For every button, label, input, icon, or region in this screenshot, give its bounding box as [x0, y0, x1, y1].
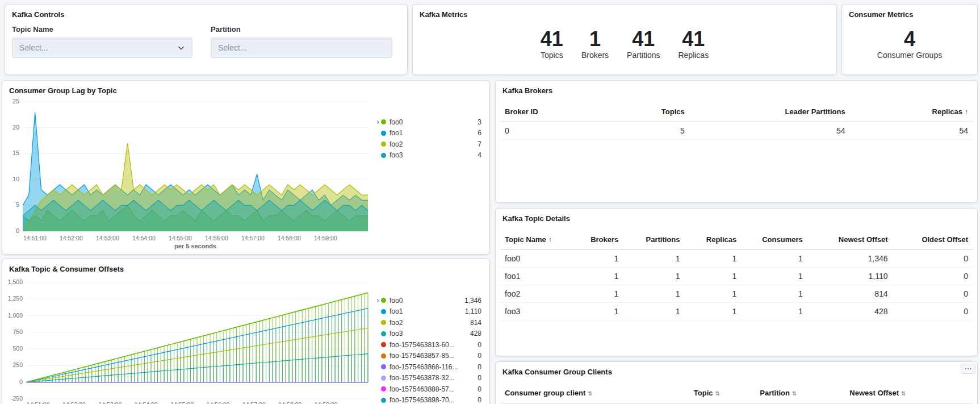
- legend-color-dot: [381, 141, 386, 147]
- table-header-row: Consumer group client⇅Topic⇅Partition⇅Ne…: [500, 383, 973, 403]
- legend-item[interactable]: foo3428: [381, 328, 481, 340]
- topic-name-combobox[interactable]: Select...: [12, 38, 192, 58]
- column-header-brokers[interactable]: Brokers: [571, 230, 623, 250]
- legend-color-dot: [381, 376, 386, 381]
- legend-value: 1,346: [464, 297, 481, 305]
- column-header-consumers[interactable]: Consumers: [741, 230, 807, 250]
- table-cell: 54: [850, 122, 973, 140]
- column-header-leader-partitions[interactable]: Leader Partitions: [689, 102, 850, 122]
- svg-text:14:55:00: 14:55:00: [170, 401, 194, 404]
- table-cell: 1: [684, 268, 741, 285]
- column-header-replicas[interactable]: Replicas: [684, 230, 741, 250]
- column-header-partitions[interactable]: Partitions: [623, 230, 684, 250]
- metric-value: 41: [541, 28, 563, 50]
- legend-item[interactable]: foo03: [381, 116, 481, 128]
- svg-text:14:56:00: 14:56:00: [205, 235, 228, 241]
- sortable-icon: ⇅: [715, 390, 720, 397]
- table-row: foo211118140: [500, 285, 973, 303]
- column-header-broker-id[interactable]: Broker ID: [500, 102, 604, 122]
- svg-text:14:52:00: 14:52:00: [60, 235, 83, 241]
- column-header-partition[interactable]: Partition⇅: [755, 383, 845, 403]
- column-header-replicas[interactable]: Replicas↑: [850, 102, 973, 122]
- topic-name-control: Topic Name Select...: [12, 25, 192, 58]
- metric-replicas: 41 Replicas: [678, 28, 709, 60]
- svg-text:20: 20: [12, 124, 19, 131]
- column-header-oldest-offset[interactable]: Oldest Offset: [893, 230, 973, 250]
- column-header-topic[interactable]: Topic⇅: [689, 383, 755, 403]
- panel-options-icon[interactable]: ⋯: [961, 364, 975, 374]
- sortable-icon: ⇅: [588, 390, 592, 397]
- legend-item[interactable]: foo-1575463857-85...0: [381, 351, 481, 362]
- legend-item[interactable]: foo-1575463888-57...0: [381, 384, 481, 395]
- legend-color-dot: [381, 353, 386, 359]
- partition-combobox[interactable]: Select...: [211, 38, 392, 58]
- svg-text:0: 0: [19, 378, 23, 385]
- legend-value: 0: [478, 385, 481, 393]
- table-cell: 1: [684, 303, 741, 320]
- column-header-newest-offset[interactable]: Newest Offset⇅: [845, 383, 973, 403]
- legend-color-dot: [381, 320, 386, 325]
- legend-value: 0: [478, 363, 481, 371]
- column-header-newest-offset[interactable]: Newest Offset: [807, 230, 893, 250]
- svg-text:1,500: 1,500: [8, 278, 23, 285]
- column-header-topic-name[interactable]: Topic Name↑: [500, 230, 571, 250]
- offsets-chart[interactable]: -25002505007501,0001,2501,50014:51:0014:…: [2, 274, 375, 404]
- legend-item[interactable]: foo-1575463813-60...0: [381, 339, 481, 351]
- svg-text:per 5 seconds: per 5 seconds: [174, 243, 216, 249]
- legend-item[interactable]: foo-1575463868-116...0: [381, 361, 481, 373]
- svg-text:15: 15: [12, 149, 19, 156]
- legend-item[interactable]: foo-1575463898-70...0: [381, 395, 481, 404]
- legend-label: foo-1575463813-60...: [390, 341, 474, 349]
- svg-text:14:54:00: 14:54:00: [135, 401, 158, 404]
- metric-label: Replicas: [678, 51, 709, 60]
- lag-chart[interactable]: 051015202514:51:0014:52:0014:53:0014:54:…: [2, 96, 375, 253]
- table-cell: 1: [571, 303, 623, 320]
- consumer-metrics-panel: Consumer Metrics 4 Consumer Groups: [841, 4, 978, 75]
- legend-color-dot: [381, 386, 386, 391]
- svg-text:14:53:00: 14:53:00: [96, 235, 119, 241]
- legend-item[interactable]: foo01,346: [381, 295, 481, 306]
- table-cell: 1: [741, 250, 807, 268]
- svg-text:1,000: 1,000: [8, 312, 23, 319]
- metric-value: 41: [678, 28, 709, 50]
- svg-text:14:53:00: 14:53:00: [98, 401, 122, 404]
- legend-color-dot: [381, 119, 386, 124]
- svg-text:14:52:00: 14:52:00: [62, 401, 86, 404]
- svg-text:-250: -250: [11, 395, 23, 402]
- offsets-legend: foo01,346foo11,110foo2814foo3428foo-1575…: [381, 295, 489, 404]
- svg-text:14:58:00: 14:58:00: [278, 401, 301, 404]
- legend-item[interactable]: foo2814: [381, 317, 481, 328]
- legend-expand-chevron[interactable]: ›: [375, 295, 381, 404]
- sortable-icon: ⇅: [792, 390, 797, 397]
- legend-item[interactable]: foo-1575463878-32...0: [381, 373, 481, 384]
- legend-item[interactable]: foo27: [381, 139, 481, 150]
- legend-item[interactable]: foo16: [381, 128, 481, 139]
- legend-value: 1,110: [465, 307, 481, 315]
- table-cell: 1: [684, 285, 741, 303]
- legend-expand-chevron[interactable]: ›: [375, 116, 381, 253]
- brokers-table: Broker IDTopicsLeader PartitionsReplicas…: [500, 102, 973, 140]
- legend-item[interactable]: foo34: [381, 150, 481, 161]
- svg-text:1,250: 1,250: [8, 295, 23, 302]
- kafka-brokers-panel: Kafka Brokers Broker IDTopicsLeader Part…: [495, 80, 978, 203]
- table-cell: 0: [893, 268, 973, 285]
- consumer-group-lag-panel: Consumer Group Lag by Topic 051015202514…: [2, 80, 490, 255]
- legend-value: 7: [478, 140, 481, 148]
- topic-consumer-offsets-panel: Kafka Topic & Consumer Offsets -25002505…: [2, 259, 490, 404]
- legend-label: foo1: [390, 129, 474, 137]
- table-cell: 1: [623, 250, 684, 268]
- table-row: foo311114280: [500, 303, 973, 320]
- table-row: 055454: [500, 122, 973, 140]
- lag-legend: foo03foo16foo27foo34: [381, 116, 489, 253]
- column-header-consumer-group-client[interactable]: Consumer group client⇅: [500, 383, 689, 403]
- legend-value: 0: [478, 352, 481, 360]
- column-header-topics[interactable]: Topics: [604, 102, 689, 122]
- table-row: foo011111,3460: [500, 250, 973, 268]
- svg-text:750: 750: [12, 328, 23, 335]
- legend-color-dot: [381, 309, 386, 314]
- table-cell: foo3: [500, 303, 571, 320]
- metric-consumer-groups: 4 Consumer Groups: [877, 28, 942, 60]
- legend-item[interactable]: foo11,110: [381, 306, 481, 318]
- svg-text:14:51:00: 14:51:00: [23, 235, 47, 241]
- table-cell: 1,110: [807, 268, 893, 285]
